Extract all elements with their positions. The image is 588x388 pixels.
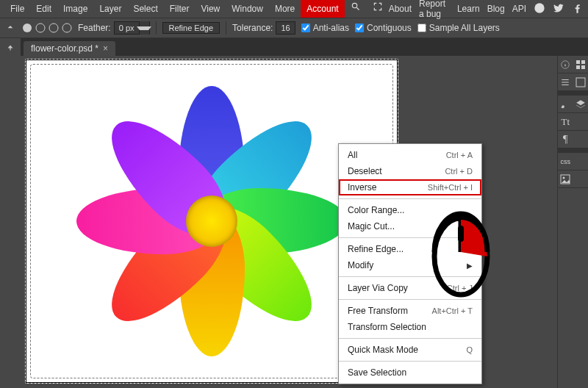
- feather-field[interactable]: 0 px: [114, 21, 150, 35]
- document-tabs: flower-color.psd * ×: [0, 38, 588, 56]
- sep: [226, 21, 226, 35]
- ctx-layer-via-copy[interactable]: Layer Via CopyCtrl + J: [339, 280, 481, 296]
- tolerance-field[interactable]: 16: [276, 21, 295, 35]
- panel-info-icon[interactable]: [558, 56, 573, 73]
- ctx-inverse[interactable]: InverseShift+Ctrl + I: [339, 179, 481, 195]
- panel-css-icon[interactable]: css: [558, 153, 573, 170]
- menu-window[interactable]: Window: [226, 0, 269, 18]
- svg-rect-15: [576, 78, 585, 87]
- link-about[interactable]: About: [389, 4, 412, 14]
- panel-layers-icon[interactable]: [573, 96, 589, 113]
- panel-history-icon[interactable]: [558, 73, 573, 91]
- svg-point-17: [563, 176, 565, 179]
- sample-all-check[interactable]: Sample All Layers: [417, 23, 500, 33]
- move-tool-icon[interactable]: [1, 40, 19, 56]
- link-report-bug[interactable]: Report a bug: [419, 0, 450, 19]
- tab-flower[interactable]: flower-color.psd * ×: [24, 41, 115, 56]
- svg-rect-11: [576, 60, 580, 64]
- panel-swatches-icon[interactable]: [573, 56, 589, 73]
- ctx-quick-mask[interactable]: Quick Mask ModeQ: [339, 342, 481, 358]
- app-root: { "menu": {"file":"File","edit":"Edit","…: [0, 0, 588, 388]
- menu-select[interactable]: Select: [127, 0, 163, 18]
- svg-point-0: [534, 3, 544, 12]
- tool-preset-icon[interactable]: [4, 21, 16, 35]
- sel-add-icon[interactable]: [35, 23, 46, 33]
- svg-rect-12: [581, 60, 585, 64]
- twitter-icon[interactable]: [553, 2, 564, 16]
- link-api[interactable]: API: [512, 4, 526, 14]
- right-panels: Tt ¶ css: [557, 56, 588, 388]
- link-learn[interactable]: Learn: [457, 4, 480, 14]
- panel-adjust-icon[interactable]: [573, 73, 589, 91]
- ctx-deselect[interactable]: DeselectCtrl + D: [339, 163, 481, 179]
- svg-point-4: [62, 24, 71, 32]
- tab-label: flower-color.psd *: [31, 43, 98, 54]
- antialias-check[interactable]: Anti-alias: [301, 23, 349, 33]
- ctx-free-transform[interactable]: Free TransformAlt+Ctrl + T: [339, 303, 481, 319]
- refine-edge-button[interactable]: Refine Edge: [162, 22, 220, 34]
- topright-links: About Report a bug Learn Blog API: [389, 0, 584, 19]
- options-bar: Feather: 0 px Refine Edge Tolerance: 16 …: [0, 18, 588, 38]
- menu-view[interactable]: View: [195, 0, 226, 18]
- ctx-transform-selection[interactable]: Transform Selection: [339, 319, 481, 335]
- ctx-save-selection[interactable]: Save Selection: [339, 364, 481, 381]
- facebook-icon[interactable]: [572, 2, 584, 16]
- ctx-modify[interactable]: Modify▶: [339, 257, 481, 273]
- menu-image[interactable]: Image: [57, 0, 93, 18]
- workspace: Tt ¶ css: [0, 56, 588, 388]
- link-blog[interactable]: Blog: [487, 4, 505, 14]
- menu-layer[interactable]: Layer: [93, 0, 127, 18]
- menu-more[interactable]: More: [269, 0, 301, 18]
- sel-new-icon[interactable]: [22, 23, 32, 33]
- reddit-icon[interactable]: [534, 2, 545, 16]
- tolerance-label: Tolerance:: [232, 23, 273, 33]
- svg-point-1: [23, 24, 32, 32]
- selection-mode-icons: [22, 23, 72, 33]
- contiguous-check[interactable]: Contiguous: [355, 23, 412, 33]
- feather-label: Feather:: [78, 23, 111, 33]
- sel-int-icon[interactable]: [62, 23, 72, 33]
- ctx-all[interactable]: AllCtrl + A: [339, 147, 481, 163]
- panel-brush-icon[interactable]: [558, 96, 573, 113]
- menu-file[interactable]: File: [4, 0, 30, 18]
- menu-filter[interactable]: Filter: [164, 0, 196, 18]
- menu-account[interactable]: Account: [301, 0, 344, 18]
- sel-sub-icon[interactable]: [49, 23, 59, 33]
- panel-char-icon[interactable]: Tt: [558, 113, 573, 131]
- panel-para-icon[interactable]: ¶: [558, 131, 573, 148]
- svg-rect-14: [581, 65, 585, 69]
- ctx-refine-edge[interactable]: Refine Edge...: [339, 241, 481, 257]
- search-icon[interactable]: [345, 0, 367, 18]
- menu-edit[interactable]: Edit: [30, 0, 57, 18]
- svg-point-3: [49, 24, 58, 32]
- svg-rect-13: [576, 65, 580, 69]
- panel-image-icon[interactable]: [558, 170, 573, 188]
- flower-image: [54, 67, 370, 376]
- sep: [156, 21, 157, 35]
- svg-point-2: [36, 24, 45, 32]
- ctx-magic-cut[interactable]: Magic Cut...: [339, 218, 481, 234]
- ctx-color-range[interactable]: Color Range...: [339, 202, 481, 218]
- menu-bar: File Edit Image Layer Select Filter View…: [0, 0, 588, 18]
- context-menu: AllCtrl + A DeselectCtrl + D InverseShif…: [338, 143, 482, 384]
- fullscreen-icon[interactable]: [367, 0, 389, 18]
- close-icon[interactable]: ×: [103, 43, 108, 54]
